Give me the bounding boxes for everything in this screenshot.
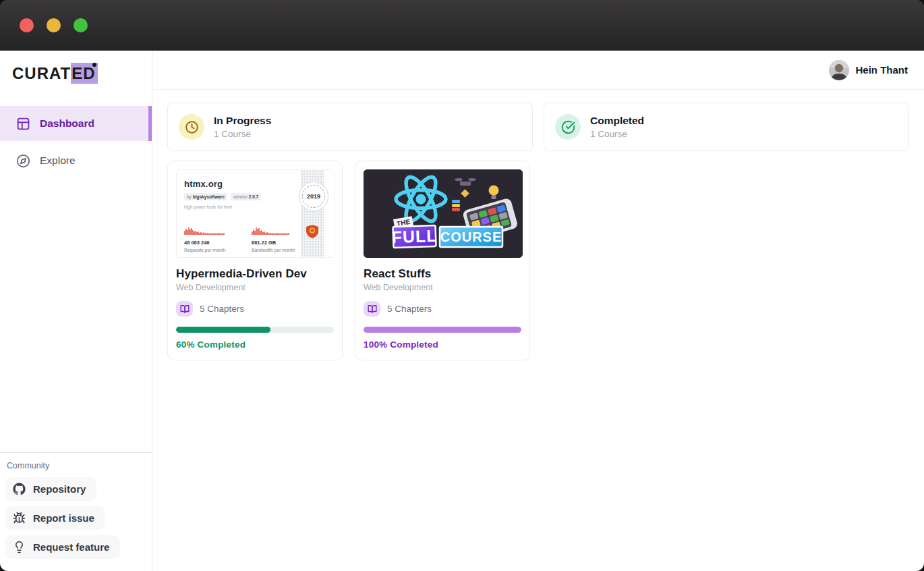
user-avatar[interactable] <box>829 60 849 80</box>
dashboard-icon <box>16 117 30 131</box>
htmx-bandwidth-label: Bandwidth per month <box>252 248 301 252</box>
sidebar: CURATED Dashboard Explore <box>0 51 152 571</box>
course-card-hypermedia[interactable]: htmx.org by bigskysoftware version 2.0.7… <box>167 161 343 360</box>
progress-label: 100% Completed <box>364 339 521 350</box>
sparkline-chart <box>184 226 234 235</box>
lightbulb-icon <box>13 541 26 553</box>
course-title: React Stuffs <box>364 267 521 281</box>
course-category: Web Development <box>176 283 334 292</box>
minimize-window-button[interactable] <box>47 18 61 32</box>
community-item-label: Request feature <box>33 541 109 553</box>
github-icon <box>13 483 26 495</box>
logo-highlight: ED <box>71 63 97 84</box>
htmx-bandwidth-value: 661.22 GB <box>252 240 301 246</box>
stat-title: Completed <box>590 115 644 127</box>
main-header: Hein Thant <box>152 51 924 90</box>
tile-stack-illustration <box>452 200 460 211</box>
book-open-icon <box>364 301 380 317</box>
course-thumbnail-htmx: htmx.org by bigskysoftware version 2.0.7… <box>176 169 335 258</box>
stat-card-in-progress: In Progress 1 Course <box>167 103 533 151</box>
check-circle-icon <box>555 114 581 140</box>
sparkline-chart <box>252 226 301 235</box>
htmx-byline-badge: by bigskysoftware <box>184 193 227 200</box>
progress-bar-fill <box>364 327 521 333</box>
course-word: COURSE <box>440 227 502 247</box>
sidebar-item-repository[interactable]: Repository <box>5 477 96 501</box>
zoom-window-button[interactable] <box>74 18 88 32</box>
main-area: Hein Thant In Progress 1 Course <box>152 51 924 571</box>
stat-title: In Progress <box>214 115 271 127</box>
course-card-react[interactable]: THE FULL COURSE <box>355 161 530 360</box>
user-name[interactable]: Hein Thant <box>856 64 908 76</box>
stat-count: 1 Course <box>214 129 271 139</box>
course-title: Hypermedia-Driven Dev <box>176 267 334 281</box>
stat-card-completed: Completed 1 Course <box>544 103 909 151</box>
sidebar-item-label: Explore <box>40 155 76 167</box>
sidebar-item-label: Dashboard <box>40 117 94 130</box>
progress-bar <box>176 327 334 333</box>
sidebar-item-report-issue[interactable]: Report issue <box>5 506 105 530</box>
full-word: FULL <box>391 225 438 248</box>
close-window-button[interactable] <box>20 18 34 32</box>
sidebar-item-request-feature[interactable]: Request feature <box>5 535 120 559</box>
clock-icon <box>179 114 204 140</box>
htmx-requests-value: 46 063 246 <box>184 240 234 246</box>
stat-count: 1 Course <box>590 129 644 139</box>
window-titlebar <box>0 0 924 51</box>
bug-icon <box>13 512 26 524</box>
htmx-stat-requests: 46 063 246 Requests per month <box>184 225 234 252</box>
htmx-award-year: 2019 <box>302 185 325 208</box>
progress-bar-fill <box>176 327 270 333</box>
htmx-award-stamp: 2019 <box>299 182 328 211</box>
shield-badge-icon <box>306 225 318 241</box>
dashboard-content: In Progress 1 Course Completed 1 Cou <box>152 90 924 373</box>
htmx-requests-label: Requests per month <box>184 248 234 252</box>
course-chapters: 5 Chapters <box>387 304 432 314</box>
app-logo: CURATED <box>12 64 98 83</box>
course-thumbnail-react: THE FULL COURSE <box>364 169 523 258</box>
sidebar-item-explore[interactable]: Explore <box>0 143 152 178</box>
community-item-label: Report issue <box>33 512 94 524</box>
sidebar-item-dashboard[interactable]: Dashboard <box>0 106 152 141</box>
full-word-text: FULL <box>391 226 438 246</box>
course-chapters: 5 Chapters <box>200 304 244 314</box>
book-open-icon <box>176 301 193 317</box>
progress-label: 60% Completed <box>176 339 334 350</box>
community-section-label: Community <box>5 458 145 477</box>
compass-icon <box>16 154 30 168</box>
community-section: Community Repository <box>0 452 152 571</box>
app-window: CURATED Dashboard Explore <box>0 0 924 571</box>
community-item-label: Repository <box>33 483 86 495</box>
htmx-stat-bandwidth: 661.22 GB Bandwidth per month <box>252 225 301 252</box>
course-category: Web Development <box>364 283 521 292</box>
course-word-text: COURSE <box>440 229 502 244</box>
logo-text: CURAT <box>12 64 71 82</box>
htmx-version-badge: version 2.0.7 <box>231 193 261 200</box>
progress-bar <box>364 327 521 333</box>
